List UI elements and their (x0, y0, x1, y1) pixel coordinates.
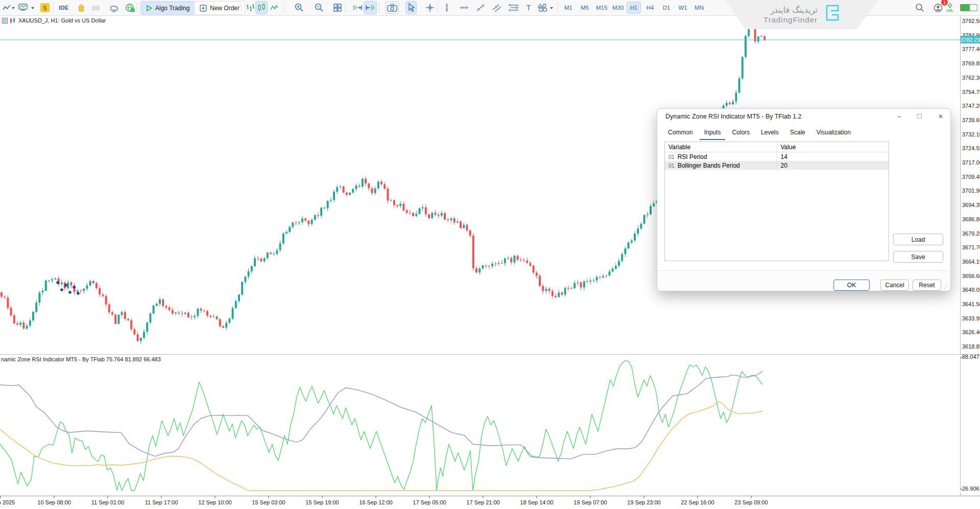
bars-chart-icon[interactable] (245, 2, 256, 14)
chart-profile-dropdown-icon[interactable] (30, 2, 36, 14)
profile-icon[interactable]: 1 (933, 2, 944, 14)
cursor-icon[interactable] (406, 2, 416, 14)
minimize-icon[interactable]: – (897, 113, 901, 120)
community-icon[interactable]: + (124, 2, 136, 14)
crosshair-icon[interactable] (424, 2, 436, 14)
line-chart-icon[interactable] (269, 2, 280, 14)
timeframe-w1[interactable]: W1 (676, 2, 689, 13)
shapes-dropdown-icon[interactable] (548, 2, 555, 14)
numeric-type-icon: 01 (668, 163, 675, 169)
horizontal-line-icon[interactable] (459, 2, 470, 14)
numeric-type-icon: 01 (668, 154, 675, 160)
zoom-out-icon[interactable] (313, 2, 325, 14)
channel-icon[interactable] (491, 2, 503, 14)
tab-inputs[interactable]: Inputs (700, 127, 726, 140)
tab-levels[interactable]: Levels (756, 127, 783, 140)
fibo-icon[interactable] (508, 2, 520, 14)
maximize-icon[interactable] (917, 113, 922, 120)
brand-name-english: TradingFinder (763, 15, 818, 25)
tradingfinder-logo-icon (823, 5, 840, 25)
table-row[interactable]: 01RSI Period14 (665, 152, 889, 161)
ide-button[interactable]: IDE (58, 2, 69, 14)
chart-symbol-title: XAUUSD_J, H1: Gold vs US Dollar (18, 17, 106, 24)
svg-text:$: $ (43, 4, 47, 12)
trendline-icon[interactable] (475, 2, 486, 14)
timeframe-h1[interactable]: H1 (627, 2, 640, 13)
dialog-tabs: CommonInputsColorsLevelsScaleVisualizati… (663, 127, 855, 140)
battery-icon (960, 4, 977, 11)
dollar-icon[interactable]: $ (39, 2, 51, 14)
zoom-in-icon[interactable] (293, 2, 305, 14)
brand-name-farsi: تریدینگ فایندر (763, 5, 818, 15)
tab-colors[interactable]: Colors (727, 127, 754, 140)
tab-scale[interactable]: Scale (785, 127, 810, 140)
indicator-settings-dialog: Dynamic Zone RSI Indicator MT5 - By TFla… (657, 108, 951, 291)
screenshot-icon[interactable] (386, 2, 399, 14)
candles-chart-icon[interactable] (256, 2, 267, 14)
dialog-titlebar[interactable]: Dynamic Zone RSI Indicator MT5 - By TFla… (657, 109, 950, 124)
timeframe-mn[interactable]: MN (692, 2, 706, 13)
market-bag-icon[interactable] (76, 2, 87, 14)
resize-grip[interactable]: ⋰ (944, 284, 948, 289)
column-header-value[interactable]: Value (777, 144, 889, 151)
load-button[interactable]: Load (893, 234, 943, 245)
save-button[interactable]: Save (893, 251, 943, 263)
signals-icon[interactable]: ((o)) (91, 2, 100, 14)
timeframe-m5[interactable]: M5 (578, 2, 591, 13)
cloud-icon[interactable] (107, 2, 121, 14)
variable-value[interactable]: 14 (777, 153, 889, 160)
dialog-footer: OK Cancel Reset ⋰ (657, 270, 950, 291)
text-tool-icon[interactable]: T (523, 2, 534, 14)
shift-end-icon[interactable] (351, 2, 364, 14)
new-order-button[interactable]: New Order (195, 2, 245, 14)
tab-visualization[interactable]: Visualization (812, 127, 855, 140)
dialog-title: Dynamic Zone RSI Indicator MT5 - By TFla… (665, 113, 802, 120)
timeframe-h4[interactable]: H4 (643, 2, 657, 13)
ok-button[interactable]: OK (833, 280, 870, 291)
variable-name: RSI Period (678, 153, 707, 160)
chart-list-icon[interactable] (2, 18, 8, 24)
play-icon (146, 5, 152, 11)
reset-button[interactable]: Reset (913, 280, 941, 291)
variable-name: Bollinger Bands Period (678, 162, 740, 169)
close-icon[interactable]: ✕ (938, 113, 943, 120)
timeframe-m1[interactable]: M1 (562, 2, 575, 13)
chart-profile-icon[interactable] (17, 2, 29, 14)
timeframe-d1[interactable]: D1 (660, 2, 673, 13)
chart-window-header: XAUUSD_J, H1: Gold vs US Dollar (2, 17, 106, 24)
algo-trading-button[interactable]: Algo Trading (141, 2, 195, 14)
chart-candles-mini-icon[interactable] (10, 18, 16, 24)
svg-text:+: + (132, 9, 134, 12)
inputs-table[interactable]: VariableValue01RSI Period1401Bollinger B… (664, 142, 889, 261)
auto-scroll-icon[interactable] (364, 2, 376, 14)
tradingfinder-watermark: تریدینگ فایندر TradingFinder (725, 0, 878, 29)
column-header-variable[interactable]: Variable (665, 142, 777, 152)
level-icon[interactable]: LVL (946, 2, 954, 14)
svg-text:T: T (526, 4, 531, 12)
variable-value[interactable]: 20 (777, 162, 889, 169)
cancel-button[interactable]: Cancel (880, 280, 909, 291)
timeframe-m30[interactable]: M30 (611, 2, 625, 13)
shapes-icon[interactable] (536, 2, 548, 14)
table-row[interactable]: 01Bollinger Bands Period20 (665, 161, 889, 170)
new-order-icon (200, 5, 207, 12)
chart-type-dropdown-icon[interactable] (10, 2, 16, 14)
tab-common[interactable]: Common (663, 127, 698, 140)
vertical-line-icon[interactable] (442, 2, 451, 14)
search-icon[interactable] (914, 2, 925, 14)
tile-windows-icon[interactable] (332, 2, 343, 14)
timeframe-m15[interactable]: M15 (594, 2, 609, 13)
